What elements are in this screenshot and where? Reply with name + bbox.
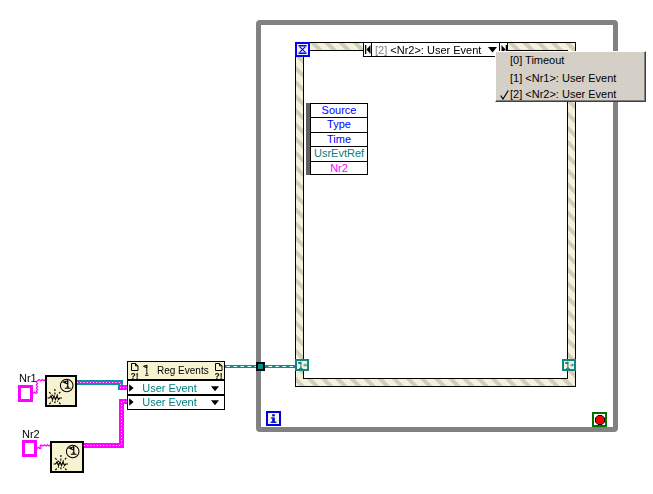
svg-text:?!: ?! — [131, 371, 139, 380]
svg-text:?!: ?! — [215, 371, 223, 380]
